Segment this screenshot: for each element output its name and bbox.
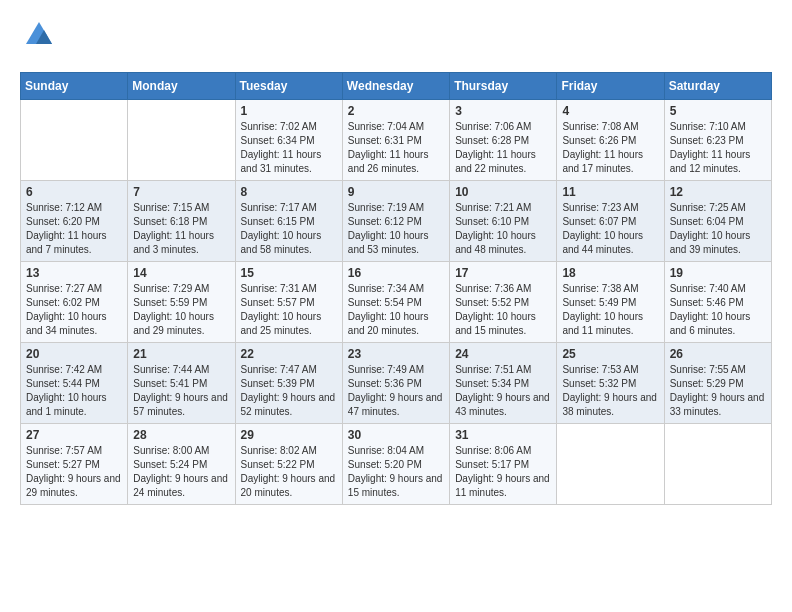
calendar-cell: 7Sunrise: 7:15 AM Sunset: 6:18 PM Daylig… [128,181,235,262]
logo [20,20,54,56]
calendar-cell: 24Sunrise: 7:51 AM Sunset: 5:34 PM Dayli… [450,343,557,424]
day-number: 22 [241,347,337,361]
calendar-cell: 5Sunrise: 7:10 AM Sunset: 6:23 PM Daylig… [664,100,771,181]
day-info: Sunrise: 7:29 AM Sunset: 5:59 PM Dayligh… [133,282,229,338]
day-number: 19 [670,266,766,280]
calendar-week-row: 6Sunrise: 7:12 AM Sunset: 6:20 PM Daylig… [21,181,772,262]
calendar-cell: 20Sunrise: 7:42 AM Sunset: 5:44 PM Dayli… [21,343,128,424]
calendar-cell: 2Sunrise: 7:04 AM Sunset: 6:31 PM Daylig… [342,100,449,181]
weekday-header-wednesday: Wednesday [342,73,449,100]
day-number: 7 [133,185,229,199]
day-info: Sunrise: 7:31 AM Sunset: 5:57 PM Dayligh… [241,282,337,338]
day-number: 6 [26,185,122,199]
day-number: 27 [26,428,122,442]
day-number: 16 [348,266,444,280]
calendar-cell: 14Sunrise: 7:29 AM Sunset: 5:59 PM Dayli… [128,262,235,343]
weekday-header-thursday: Thursday [450,73,557,100]
calendar-week-row: 27Sunrise: 7:57 AM Sunset: 5:27 PM Dayli… [21,424,772,505]
day-info: Sunrise: 7:04 AM Sunset: 6:31 PM Dayligh… [348,120,444,176]
calendar-cell: 4Sunrise: 7:08 AM Sunset: 6:26 PM Daylig… [557,100,664,181]
day-number: 10 [455,185,551,199]
day-info: Sunrise: 7:57 AM Sunset: 5:27 PM Dayligh… [26,444,122,500]
day-number: 17 [455,266,551,280]
day-info: Sunrise: 7:15 AM Sunset: 6:18 PM Dayligh… [133,201,229,257]
calendar-cell: 21Sunrise: 7:44 AM Sunset: 5:41 PM Dayli… [128,343,235,424]
calendar-cell: 22Sunrise: 7:47 AM Sunset: 5:39 PM Dayli… [235,343,342,424]
day-info: Sunrise: 7:06 AM Sunset: 6:28 PM Dayligh… [455,120,551,176]
day-info: Sunrise: 8:00 AM Sunset: 5:24 PM Dayligh… [133,444,229,500]
day-info: Sunrise: 7:02 AM Sunset: 6:34 PM Dayligh… [241,120,337,176]
calendar-cell: 31Sunrise: 8:06 AM Sunset: 5:17 PM Dayli… [450,424,557,505]
day-number: 1 [241,104,337,118]
weekday-header-friday: Friday [557,73,664,100]
day-number: 28 [133,428,229,442]
day-number: 13 [26,266,122,280]
calendar-cell: 12Sunrise: 7:25 AM Sunset: 6:04 PM Dayli… [664,181,771,262]
day-info: Sunrise: 8:04 AM Sunset: 5:20 PM Dayligh… [348,444,444,500]
calendar-cell: 13Sunrise: 7:27 AM Sunset: 6:02 PM Dayli… [21,262,128,343]
calendar-cell [21,100,128,181]
day-number: 26 [670,347,766,361]
day-info: Sunrise: 7:27 AM Sunset: 6:02 PM Dayligh… [26,282,122,338]
calendar-cell: 29Sunrise: 8:02 AM Sunset: 5:22 PM Dayli… [235,424,342,505]
day-number: 25 [562,347,658,361]
calendar-cell: 28Sunrise: 8:00 AM Sunset: 5:24 PM Dayli… [128,424,235,505]
day-info: Sunrise: 7:10 AM Sunset: 6:23 PM Dayligh… [670,120,766,176]
calendar-week-row: 1Sunrise: 7:02 AM Sunset: 6:34 PM Daylig… [21,100,772,181]
day-number: 4 [562,104,658,118]
day-number: 30 [348,428,444,442]
day-info: Sunrise: 7:40 AM Sunset: 5:46 PM Dayligh… [670,282,766,338]
calendar-cell: 15Sunrise: 7:31 AM Sunset: 5:57 PM Dayli… [235,262,342,343]
day-info: Sunrise: 7:51 AM Sunset: 5:34 PM Dayligh… [455,363,551,419]
calendar-cell: 30Sunrise: 8:04 AM Sunset: 5:20 PM Dayli… [342,424,449,505]
calendar-table: SundayMondayTuesdayWednesdayThursdayFrid… [20,72,772,505]
day-info: Sunrise: 7:34 AM Sunset: 5:54 PM Dayligh… [348,282,444,338]
day-info: Sunrise: 7:38 AM Sunset: 5:49 PM Dayligh… [562,282,658,338]
calendar-cell [557,424,664,505]
calendar-cell [664,424,771,505]
day-number: 20 [26,347,122,361]
day-number: 18 [562,266,658,280]
calendar-cell: 25Sunrise: 7:53 AM Sunset: 5:32 PM Dayli… [557,343,664,424]
day-info: Sunrise: 8:06 AM Sunset: 5:17 PM Dayligh… [455,444,551,500]
day-number: 24 [455,347,551,361]
weekday-header-monday: Monday [128,73,235,100]
day-info: Sunrise: 7:19 AM Sunset: 6:12 PM Dayligh… [348,201,444,257]
day-number: 23 [348,347,444,361]
page-header [20,20,772,56]
day-number: 15 [241,266,337,280]
day-number: 5 [670,104,766,118]
calendar-cell: 26Sunrise: 7:55 AM Sunset: 5:29 PM Dayli… [664,343,771,424]
weekday-header-sunday: Sunday [21,73,128,100]
day-number: 31 [455,428,551,442]
calendar-cell: 9Sunrise: 7:19 AM Sunset: 6:12 PM Daylig… [342,181,449,262]
calendar-cell: 11Sunrise: 7:23 AM Sunset: 6:07 PM Dayli… [557,181,664,262]
day-info: Sunrise: 7:25 AM Sunset: 6:04 PM Dayligh… [670,201,766,257]
calendar-cell: 10Sunrise: 7:21 AM Sunset: 6:10 PM Dayli… [450,181,557,262]
day-info: Sunrise: 7:49 AM Sunset: 5:36 PM Dayligh… [348,363,444,419]
calendar-cell: 1Sunrise: 7:02 AM Sunset: 6:34 PM Daylig… [235,100,342,181]
day-info: Sunrise: 7:47 AM Sunset: 5:39 PM Dayligh… [241,363,337,419]
calendar-cell: 18Sunrise: 7:38 AM Sunset: 5:49 PM Dayli… [557,262,664,343]
weekday-header-saturday: Saturday [664,73,771,100]
day-info: Sunrise: 7:44 AM Sunset: 5:41 PM Dayligh… [133,363,229,419]
calendar-cell: 3Sunrise: 7:06 AM Sunset: 6:28 PM Daylig… [450,100,557,181]
calendar-header-row: SundayMondayTuesdayWednesdayThursdayFrid… [21,73,772,100]
day-number: 11 [562,185,658,199]
calendar-cell: 23Sunrise: 7:49 AM Sunset: 5:36 PM Dayli… [342,343,449,424]
calendar-cell: 27Sunrise: 7:57 AM Sunset: 5:27 PM Dayli… [21,424,128,505]
calendar-cell [128,100,235,181]
day-info: Sunrise: 7:53 AM Sunset: 5:32 PM Dayligh… [562,363,658,419]
day-number: 21 [133,347,229,361]
day-number: 9 [348,185,444,199]
day-info: Sunrise: 7:12 AM Sunset: 6:20 PM Dayligh… [26,201,122,257]
logo-icon [24,20,54,50]
day-number: 12 [670,185,766,199]
day-info: Sunrise: 7:08 AM Sunset: 6:26 PM Dayligh… [562,120,658,176]
calendar-week-row: 20Sunrise: 7:42 AM Sunset: 5:44 PM Dayli… [21,343,772,424]
day-info: Sunrise: 7:23 AM Sunset: 6:07 PM Dayligh… [562,201,658,257]
logo-text [20,20,54,56]
calendar-cell: 8Sunrise: 7:17 AM Sunset: 6:15 PM Daylig… [235,181,342,262]
day-info: Sunrise: 7:21 AM Sunset: 6:10 PM Dayligh… [455,201,551,257]
calendar-cell: 6Sunrise: 7:12 AM Sunset: 6:20 PM Daylig… [21,181,128,262]
